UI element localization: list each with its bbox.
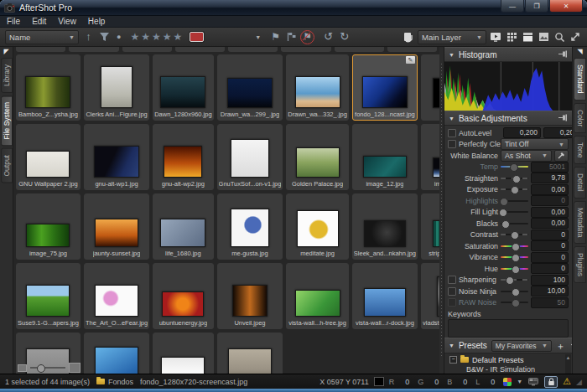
autolevel-value-1[interactable]: 0,200 xyxy=(503,127,541,138)
thumbnail-cell[interactable]: Sleek_and...nkahn.jpg xyxy=(352,193,418,260)
thumbnail-image[interactable] xyxy=(364,288,406,317)
noise-ninja-value[interactable]: 10,00 xyxy=(531,286,569,297)
menu-view[interactable]: View xyxy=(58,17,76,26)
thumbnail-view-icon[interactable] xyxy=(506,31,518,44)
thumbnail-image[interactable] xyxy=(162,291,204,317)
thumbnail-cell[interactable]: me-gusta.jpg xyxy=(217,193,283,260)
exposure-value[interactable]: 0,00 xyxy=(531,184,569,195)
thumbnail-image[interactable] xyxy=(364,220,406,247)
collapse-right-panel-icon[interactable]: ◥ xyxy=(577,49,582,55)
zoom-slider-knob[interactable] xyxy=(37,364,45,373)
clipped-thumbnail-cell[interactable] xyxy=(175,47,225,52)
layers-icon[interactable] xyxy=(402,31,414,44)
star-icon[interactable]: ★ xyxy=(141,32,150,42)
thumbnail-cell[interactable]: ubuntuenergy.jpg xyxy=(153,263,213,329)
tools-tab-tone[interactable]: Tone xyxy=(574,136,586,164)
star-icon[interactable]: ★ xyxy=(174,32,183,42)
thumbnail-image[interactable] xyxy=(295,76,340,108)
maximize-button[interactable]: ❐ xyxy=(525,0,548,13)
thumbnail-cell[interactable]: Unveil.jpeg xyxy=(217,263,283,329)
clipped-thumbnail-cell[interactable] xyxy=(16,47,65,52)
thumbnail-cell[interactable]: fsfgnu.jpg xyxy=(421,54,439,121)
histogram-header[interactable]: ▼ Histogram xyxy=(444,47,572,62)
resize-grip[interactable]: ◢ xyxy=(576,378,582,386)
star-icon[interactable]: ★ xyxy=(152,32,161,42)
add-preset-button[interactable]: ＋ xyxy=(556,342,565,350)
sidebar-tab-output[interactable]: Output xyxy=(1,148,13,183)
thumbnail-cell[interactable]: stripes114_kde.jpg xyxy=(421,193,439,260)
thumbnail-cell[interactable]: Drawn_wa...332_.jpg xyxy=(286,54,348,121)
clipped-thumbnail-cell[interactable] xyxy=(335,47,384,52)
thumbnail-image[interactable] xyxy=(95,347,138,374)
lock-icon[interactable] xyxy=(544,376,558,388)
thumbnail-cell[interactable]: GnuTuxSof...on-v1.jpg xyxy=(217,124,283,190)
thumbnail-image[interactable] xyxy=(433,78,439,108)
contrast-slider[interactable] xyxy=(501,234,528,235)
thumbnail-image[interactable] xyxy=(232,285,268,317)
clipped-thumbnail-cell[interactable] xyxy=(228,47,278,52)
thumbnail-cell[interactable]: image_12.jpg xyxy=(352,124,418,190)
exposure-slider-knob[interactable] xyxy=(511,186,519,194)
thumbnail-cell[interactable]: Bamboo_Z...ysha.jpg xyxy=(16,54,81,121)
thumbnail-image[interactable] xyxy=(101,66,132,108)
thumbnail-cell[interactable]: vista-wall...h-tree.jpg xyxy=(286,263,348,329)
menu-edit[interactable]: Edit xyxy=(32,17,46,26)
flag-icon[interactable]: ⚑ xyxy=(269,31,282,44)
straighten-value[interactable]: 9,78 xyxy=(531,173,569,183)
thumbnail-cell[interactable]: Golden Palace.jpg xyxy=(286,124,348,190)
tools-tab-detail[interactable]: Detail xyxy=(574,167,586,199)
highlights-slider[interactable] xyxy=(501,200,528,202)
perfectly-clear-checkbox[interactable] xyxy=(448,140,456,148)
clipped-thumbnail-cell[interactable] xyxy=(122,47,172,52)
tools-tab-standard[interactable]: Standard xyxy=(574,58,586,101)
preset-folder-default-presets[interactable]: − Default Presets xyxy=(449,355,564,364)
noise-ninja-checkbox[interactable] xyxy=(448,287,456,296)
fill-light-slider-knob[interactable] xyxy=(499,209,507,217)
temp-value[interactable]: 5001 xyxy=(531,162,569,173)
basic-adjustments-header[interactable]: ▼ Basic Adjustments xyxy=(444,111,572,126)
highlights-value[interactable]: 0 xyxy=(531,195,569,206)
blacks-slider-knob[interactable] xyxy=(501,220,510,229)
keywords-input[interactable] xyxy=(448,319,569,338)
minimize-button[interactable]: — xyxy=(501,0,524,13)
collapse-triangle-icon[interactable]: ▼ xyxy=(449,116,455,121)
sharpening-checkbox[interactable] xyxy=(448,276,456,284)
temp-slider-knob[interactable] xyxy=(510,163,518,172)
thumbnail-browser[interactable]: Bamboo_Z...ysha.jpg Clerks Ani...Figure.… xyxy=(13,47,439,374)
thumbnail-image[interactable] xyxy=(94,146,139,178)
filter-icon[interactable] xyxy=(98,31,111,44)
thumbnail-image[interactable] xyxy=(433,157,439,178)
hue-slider-knob[interactable] xyxy=(512,266,520,274)
thumbnail-cell[interactable]: gnu-alt-wp2.jpg xyxy=(153,124,213,190)
clipped-thumbnail-cell[interactable] xyxy=(281,47,330,52)
preset-item-b-w-ir-simulation[interactable]: B&W - IR Simulation xyxy=(449,364,564,374)
magnifier-icon[interactable] xyxy=(553,31,566,44)
thumbnail-cell[interactable]: Suse9.1-G...apers.jpg xyxy=(16,263,81,329)
thumbnail-image[interactable] xyxy=(362,76,408,108)
sort-direction-icon[interactable]: ↑ xyxy=(82,31,95,44)
color-profile-icon[interactable] xyxy=(503,378,512,386)
exposure-slider[interactable] xyxy=(501,188,528,190)
sharpening-slider-knob[interactable] xyxy=(506,276,514,285)
split-view-icon[interactable] xyxy=(522,31,534,44)
tools-tab-metadata[interactable]: Metadata xyxy=(574,201,586,244)
thumbnail-image[interactable] xyxy=(160,76,205,108)
pin-icon[interactable] xyxy=(558,114,568,123)
thumbnail-image[interactable] xyxy=(296,147,340,178)
sidebar-tab-file-system[interactable]: File System xyxy=(1,95,13,146)
raw-noise-checkbox[interactable] xyxy=(448,298,456,307)
contrast-value[interactable]: 0 xyxy=(531,230,569,240)
hue-value[interactable]: 0 xyxy=(531,263,569,274)
remove-flag-icon[interactable]: ⚑ xyxy=(301,31,314,44)
small-thumbnail-icon[interactable] xyxy=(18,364,27,372)
thumbnail-image[interactable] xyxy=(231,209,269,247)
close-button[interactable]: ✕ xyxy=(549,0,583,13)
checkered-flag-icon[interactable] xyxy=(285,31,298,44)
noise-ninja-slider[interactable] xyxy=(501,291,528,292)
raw-noise-value[interactable]: 50 xyxy=(531,297,569,308)
pin-icon[interactable] xyxy=(558,50,568,59)
thumbnail-image[interactable] xyxy=(95,285,138,317)
raw-noise-slider[interactable] xyxy=(501,302,528,303)
thumbnail-cell[interactable]: image_138.jpg xyxy=(421,124,439,190)
thumbnail-cell[interactable]: jaunty-sunset.jpg xyxy=(84,193,149,260)
